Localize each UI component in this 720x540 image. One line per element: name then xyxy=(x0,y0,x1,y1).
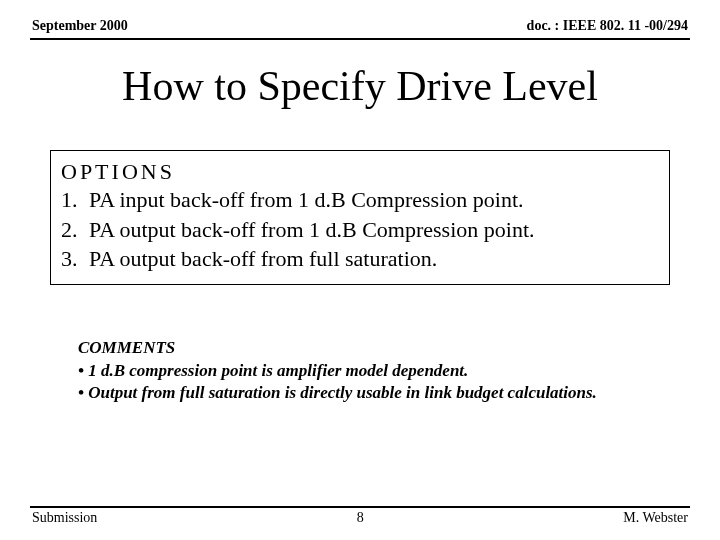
comments-item-text: Output from full saturation is directly … xyxy=(88,383,597,402)
footer-author: M. Webster xyxy=(623,510,688,526)
footer-rule xyxy=(30,506,690,508)
options-item-text: PA output back-off from full saturation. xyxy=(89,244,437,274)
footer-page-number: 8 xyxy=(357,510,364,526)
header-docref: doc. : IEEE 802. 11 -00/294 xyxy=(527,18,688,34)
comments-list: 1 d.B compression point is amplifier mod… xyxy=(78,360,656,405)
options-heading: OPTIONS xyxy=(61,159,659,185)
comments-heading: COMMENTS xyxy=(78,337,656,359)
comments-item-text: 1 d.B compression point is amplifier mod… xyxy=(88,361,468,380)
footer-bar: Submission 8 M. Webster xyxy=(30,510,690,526)
footer-wrap: Submission 8 M. Webster xyxy=(30,506,690,526)
header-rule xyxy=(30,38,690,40)
footer-left: Submission xyxy=(32,510,97,526)
options-item: 1.PA input back-off from 1 d.B Compressi… xyxy=(61,185,659,215)
options-item: 3.PA output back-off from full saturatio… xyxy=(61,244,659,274)
options-item-text: PA input back-off from 1 d.B Compression… xyxy=(89,185,524,215)
options-item: 2.PA output back-off from 1 d.B Compress… xyxy=(61,215,659,245)
comments-item: Output from full saturation is directly … xyxy=(78,382,656,404)
header-date: September 2000 xyxy=(32,18,128,34)
options-box: OPTIONS 1.PA input back-off from 1 d.B C… xyxy=(50,150,670,285)
slide-page: September 2000 doc. : IEEE 802. 11 -00/2… xyxy=(0,0,720,540)
comments-block: COMMENTS 1 d.B compression point is ampl… xyxy=(78,337,656,404)
header-bar: September 2000 doc. : IEEE 802. 11 -00/2… xyxy=(30,18,690,37)
options-list: 1.PA input back-off from 1 d.B Compressi… xyxy=(61,185,659,274)
slide-title: How to Specify Drive Level xyxy=(30,62,690,110)
comments-item: 1 d.B compression point is amplifier mod… xyxy=(78,360,656,382)
options-item-text: PA output back-off from 1 d.B Compressio… xyxy=(89,215,535,245)
